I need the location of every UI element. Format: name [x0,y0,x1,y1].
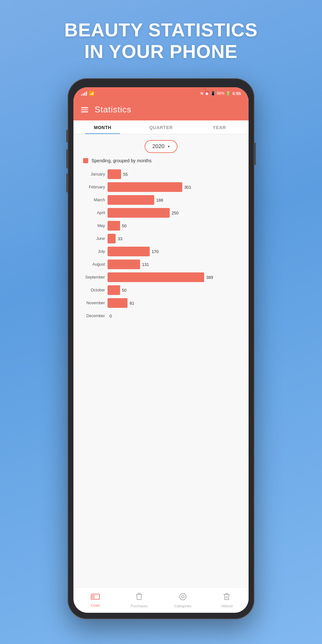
bar-track: 81 [108,298,243,308]
svg-point-3 [180,593,186,600]
hero-line2: IN YOUR PHONE [64,41,258,62]
bar-month-label: March [79,198,105,202]
battery-percent: 88% [217,91,224,96]
bar-row: June33 [79,232,243,245]
bar-track: 55 [108,169,243,179]
bar-row: July170 [79,245,243,258]
battery-icon: 🔋 [226,91,231,96]
tab-month[interactable]: MONTH [73,120,132,134]
bar-row: April250 [79,206,243,219]
main-content: 2020 ▾ Spending, grouped by months Janua… [73,134,249,587]
bar-track: 389 [108,272,243,282]
bar-value: 250 [172,211,179,215]
year-selector[interactable]: 2020 ▾ [145,140,177,153]
nav-item-costs[interactable]: 100 Costs [73,587,117,613]
bar-month-label: November [79,301,105,305]
svg-text:100: 100 [92,596,96,598]
wifi-icon: 📶 [89,91,94,96]
phone-icon: 📳 [211,91,215,96]
purchases-icon [135,592,143,603]
bar-value: 81 [129,301,134,306]
chart-legend: Spending, grouped by months [73,157,249,168]
bar-month-label: October [79,288,105,292]
bar-month-label: February [79,185,105,189]
bar-fill [108,260,140,269]
categories-icon [179,592,187,603]
bar-track: 0 [108,311,243,321]
hero-line1: BEAUTY STATISTICS [64,19,258,41]
tab-quarter[interactable]: QUARTER [132,120,190,134]
nav-item-purchases[interactable]: Purchases [117,587,161,613]
bar-track: 50 [108,221,243,231]
bar-track: 33 [108,234,243,243]
alarm-icon: ⏰ [204,91,209,96]
tab-bar: MONTH QUARTER YEAR [73,120,249,134]
nfc-icon: N [201,91,203,95]
time-display: 6:55 [232,91,241,96]
signal-icon [81,91,87,96]
bar-month-label: December [79,314,105,318]
phone-side-button-left-2 [66,149,68,168]
phone-side-button-right [254,143,256,165]
bar-row: March188 [79,194,243,206]
nav-label-categories: Categories [174,604,191,608]
bar-track: 170 [108,247,243,256]
year-selector-wrap: 2020 ▾ [73,134,249,157]
bar-row: August131 [79,258,243,271]
bar-value: 55 [123,172,128,177]
status-right: N ⏰ 📳 88% 🔋 6:55 [201,91,241,96]
phone-side-button-left-3 [66,173,68,193]
bar-track: 188 [108,195,243,205]
bottom-nav: 100 Costs Purchases Categories Utilized [73,587,249,613]
bar-row: January55 [79,168,243,181]
bar-fill [108,221,120,231]
bar-month-label: January [79,172,105,176]
bar-fill [108,182,182,192]
status-bar: 📶 N ⏰ 📳 88% 🔋 6:55 [73,87,249,99]
legend-color-swatch [83,158,88,163]
bar-chart: January55February301March188April250May5… [73,168,249,587]
bar-value: 0 [109,314,112,318]
app-title: Statistics [95,105,131,115]
nav-label-costs: Costs [91,603,100,607]
bar-track: 301 [108,182,243,192]
bar-track: 50 [108,285,243,295]
bar-month-label: July [79,249,105,254]
bar-value: 301 [184,185,191,190]
status-left: 📶 [81,91,94,96]
bar-row: May50 [79,219,243,232]
year-value: 2020 [152,143,165,150]
nav-item-categories[interactable]: Categories [161,587,205,613]
nav-item-utilized[interactable]: Utilized [205,587,249,613]
bar-value: 389 [206,275,213,280]
bar-fill [108,195,154,205]
bar-row: September389 [79,271,243,284]
hero-text: BEAUTY STATISTICS IN YOUR PHONE [64,19,258,62]
menu-button[interactable] [81,107,88,112]
bar-fill [108,169,121,179]
bar-month-label: September [79,275,105,279]
bar-value: 188 [156,198,163,203]
bar-month-label: April [79,211,105,215]
tab-year[interactable]: YEAR [190,120,249,134]
bar-month-label: August [79,262,105,267]
legend-label: Spending, grouped by months [91,158,152,163]
costs-icon: 100 [91,593,100,602]
bar-fill [108,285,120,295]
app-header: Statistics [73,99,249,120]
bar-value: 50 [122,288,127,293]
chevron-down-icon: ▾ [168,144,170,149]
bar-value: 170 [152,249,159,254]
bar-fill [108,208,170,218]
utilized-icon [223,592,230,603]
bar-row: December0 [79,309,243,322]
bar-month-label: May [79,223,105,228]
bar-row: February301 [79,181,243,194]
svg-point-4 [182,595,184,598]
bar-month-label: June [79,236,105,241]
phone-mockup: 📶 N ⏰ 📳 88% 🔋 6:55 Statistics MONTH QUAR… [68,78,254,619]
bar-value: 131 [142,262,149,267]
bar-track: 250 [108,208,243,218]
bar-fill [108,247,150,256]
nav-label-utilized: Utilized [221,604,232,608]
